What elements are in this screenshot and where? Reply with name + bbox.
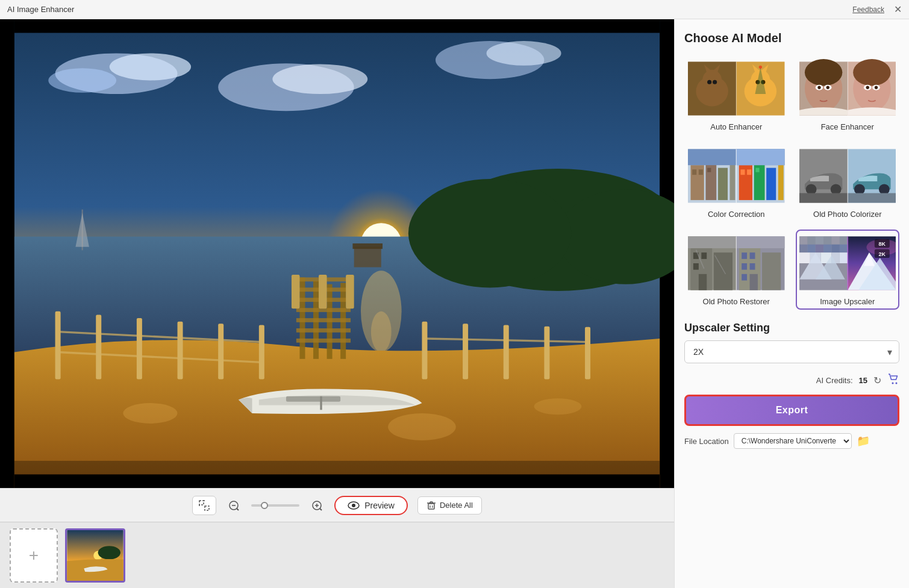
file-location-label: File Location bbox=[684, 437, 729, 446]
file-path-select[interactable]: C:\Wondershare UniConverte bbox=[734, 433, 852, 449]
svg-rect-119 bbox=[718, 168, 728, 201]
svg-rect-166 bbox=[831, 236, 839, 244]
svg-rect-158 bbox=[688, 236, 736, 248]
svg-point-107 bbox=[826, 86, 829, 89]
svg-point-14 bbox=[371, 311, 392, 352]
svg-rect-168 bbox=[799, 245, 807, 252]
svg-rect-163 bbox=[807, 236, 815, 244]
svg-rect-57 bbox=[14, 474, 660, 488]
model-image-color-correction bbox=[688, 146, 785, 206]
svg-point-3 bbox=[48, 68, 116, 93]
svg-point-17 bbox=[408, 179, 572, 287]
model-image-auto-enhancer bbox=[688, 58, 785, 119]
svg-rect-37 bbox=[259, 325, 264, 379]
svg-point-96 bbox=[759, 66, 762, 69]
svg-rect-165 bbox=[823, 236, 831, 244]
svg-rect-125 bbox=[755, 168, 759, 172]
zoom-in-icon bbox=[311, 500, 322, 511]
svg-rect-157 bbox=[750, 274, 758, 290]
svg-rect-156 bbox=[699, 274, 707, 290]
svg-rect-27 bbox=[296, 328, 351, 333]
image-viewer bbox=[0, 19, 674, 488]
zoom-out-button[interactable] bbox=[226, 498, 242, 513]
model-card-old-photo-colorizer[interactable]: Old Photo Colorizer bbox=[796, 142, 900, 222]
app-title: AI Image Enhancer bbox=[7, 5, 74, 14]
model-label-auto-enhancer: Auto Enhancer bbox=[710, 122, 762, 131]
model-label-old-photo-restorer: Old Photo Restorer bbox=[703, 297, 770, 306]
delete-all-button[interactable]: Delete All bbox=[417, 496, 482, 514]
model-card-face-enhancer[interactable]: Face Enhancer bbox=[796, 55, 900, 135]
svg-point-110 bbox=[866, 86, 869, 89]
model-label-image-upscaler: Image Upscaler bbox=[820, 297, 875, 306]
select-tool-button[interactable] bbox=[192, 496, 216, 515]
model-grid: Auto Enhancer bbox=[684, 55, 899, 310]
svg-rect-56 bbox=[14, 19, 660, 33]
svg-point-7 bbox=[272, 64, 367, 94]
model-card-image-upscaler[interactable]: 8K 2K Image Upscaler bbox=[796, 230, 900, 310]
svg-rect-44 bbox=[585, 327, 590, 380]
model-card-auto-enhancer[interactable]: Auto Enhancer bbox=[684, 55, 789, 135]
svg-rect-47 bbox=[320, 396, 322, 410]
preview-label: Preview bbox=[364, 501, 395, 510]
model-label-old-photo-colorizer: Old Photo Colorizer bbox=[813, 210, 881, 219]
svg-point-80 bbox=[98, 546, 120, 559]
svg-point-85 bbox=[702, 70, 722, 92]
refresh-credits-button[interactable]: ↻ bbox=[873, 375, 881, 386]
svg-rect-28 bbox=[296, 339, 351, 343]
svg-rect-26 bbox=[296, 318, 351, 322]
svg-rect-46 bbox=[286, 396, 340, 402]
credits-row: AI Credits: 15 ↻ bbox=[684, 373, 899, 387]
close-button[interactable]: ✕ bbox=[894, 5, 902, 14]
model-label-face-enhancer: Face Enhancer bbox=[821, 122, 874, 131]
svg-rect-32 bbox=[55, 311, 61, 380]
svg-rect-173 bbox=[839, 245, 847, 252]
export-label: Export bbox=[776, 405, 808, 415]
svg-rect-138 bbox=[848, 193, 896, 203]
svg-point-52 bbox=[123, 403, 177, 424]
svg-rect-174 bbox=[799, 252, 810, 263]
title-bar: AI Image Enhancer Feedback ✕ bbox=[0, 0, 909, 19]
upscaler-title: Upscaler Setting bbox=[684, 322, 899, 334]
svg-point-91 bbox=[707, 80, 711, 84]
thumbnail-image bbox=[67, 530, 123, 581]
svg-rect-154 bbox=[742, 274, 747, 281]
credits-count: 15 bbox=[859, 376, 867, 385]
svg-rect-171 bbox=[823, 245, 831, 252]
svg-rect-31 bbox=[319, 275, 327, 308]
feedback-link[interactable]: Feedback bbox=[852, 5, 884, 14]
preview-button[interactable]: Preview bbox=[334, 496, 408, 515]
svg-rect-43 bbox=[544, 327, 549, 380]
upscaler-select[interactable]: 2X 4X 8X bbox=[684, 340, 899, 363]
zoom-in-button[interactable] bbox=[309, 498, 325, 513]
svg-rect-129 bbox=[736, 149, 784, 165]
svg-rect-115 bbox=[692, 169, 696, 175]
svg-point-192 bbox=[896, 383, 898, 384]
buy-credits-button[interactable] bbox=[887, 373, 899, 387]
svg-rect-153 bbox=[742, 263, 747, 270]
open-folder-button[interactable]: 📁 bbox=[857, 434, 870, 448]
thumbnail-strip: + bbox=[0, 522, 674, 588]
svg-point-53 bbox=[388, 413, 456, 440]
svg-rect-123 bbox=[747, 169, 751, 175]
svg-text:2K: 2K bbox=[878, 251, 886, 257]
svg-rect-151 bbox=[742, 252, 747, 259]
select-icon bbox=[199, 500, 210, 511]
svg-rect-42 bbox=[504, 325, 509, 379]
model-card-old-photo-restorer[interactable]: Old Photo Restorer bbox=[684, 230, 789, 310]
add-image-button[interactable]: + bbox=[10, 528, 58, 583]
thumbnail-item[interactable] bbox=[65, 528, 125, 583]
model-card-color-correction[interactable]: Color Correction bbox=[684, 142, 789, 222]
svg-rect-152 bbox=[750, 252, 755, 259]
export-button[interactable]: Export bbox=[684, 395, 899, 426]
file-location-row: File Location C:\Wondershare UniConverte… bbox=[684, 433, 899, 449]
svg-rect-155 bbox=[750, 263, 755, 270]
left-panel: Preview Delete All + bbox=[0, 19, 674, 588]
delete-all-label: Delete All bbox=[440, 501, 473, 510]
svg-rect-172 bbox=[831, 245, 839, 252]
svg-point-92 bbox=[713, 80, 717, 84]
title-bar-controls: Feedback ✕ bbox=[852, 5, 902, 14]
zoom-slider[interactable] bbox=[251, 504, 299, 507]
svg-point-111 bbox=[874, 86, 877, 89]
svg-point-5 bbox=[487, 41, 561, 66]
model-label-color-correction: Color Correction bbox=[708, 210, 765, 219]
